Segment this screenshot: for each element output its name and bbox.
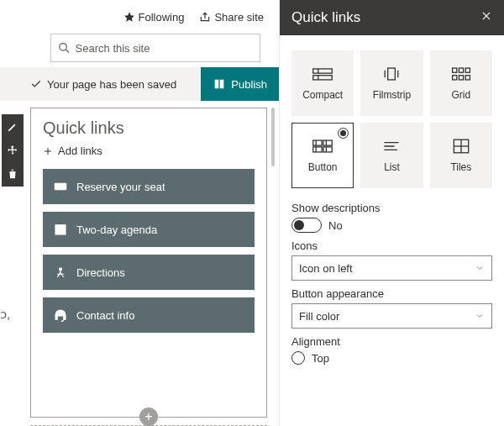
status-bar: Your page has been saved Publish: [0, 67, 279, 101]
layout-label: Tiles: [450, 161, 471, 173]
svg-rect-15: [465, 76, 470, 80]
grid-icon: [450, 66, 472, 82]
quicklink-item[interactable]: Contact info: [43, 297, 255, 333]
icons-dropdown[interactable]: Icon on left: [291, 255, 492, 281]
alignment-top-radio[interactable]: [291, 351, 305, 365]
svg-rect-19: [323, 147, 332, 152]
top-bar: Following Share site: [0, 0, 279, 29]
saved-text: Your page has been saved: [47, 78, 176, 91]
delete-button[interactable]: [3, 165, 22, 183]
svg-point-0: [60, 44, 67, 51]
compact-icon: [312, 66, 333, 82]
move-icon: [7, 145, 18, 156]
ticket-icon: [53, 179, 68, 194]
add-links-label: Add links: [58, 145, 102, 157]
tiles-icon: [450, 138, 472, 155]
star-icon: [123, 11, 135, 23]
publish-icon: [213, 77, 226, 91]
directions-icon: [53, 265, 68, 280]
quick-links-webpart[interactable]: Quick links Add links Reserve your seat …: [30, 108, 267, 418]
alignment-top-label: Top: [312, 352, 329, 365]
svg-rect-13: [452, 76, 456, 80]
layout-tiles[interactable]: Tiles: [430, 123, 492, 188]
webpart-title[interactable]: Quick links: [43, 118, 255, 138]
svg-rect-18: [313, 147, 322, 152]
quicklink-item[interactable]: Two-day agenda: [43, 212, 255, 247]
search-input[interactable]: [76, 42, 253, 55]
trash-icon: [7, 168, 18, 180]
publish-label: Publish: [231, 78, 267, 91]
layout-label: Button: [308, 161, 338, 173]
pencil-icon: [7, 121, 18, 133]
following-toggle[interactable]: Following: [123, 11, 185, 24]
quicklink-label: Two-day agenda: [76, 224, 157, 236]
quicklink-label: Contact info: [76, 309, 134, 322]
selected-radio-icon: [338, 128, 349, 139]
quicklink-item[interactable]: Directions: [43, 255, 255, 290]
scrollbar[interactable]: [271, 108, 275, 166]
calendar-icon: [53, 222, 68, 237]
chevron-down-icon: [475, 263, 485, 273]
icons-value: Icon on left: [299, 262, 353, 275]
button-appearance-value: Fill color: [299, 310, 339, 323]
svg-point-4: [60, 268, 62, 271]
share-icon: [199, 11, 211, 23]
quicklink-item[interactable]: Reserve your seat: [43, 169, 255, 204]
search-input-wrap[interactable]: [50, 34, 260, 62]
layout-label: Grid: [451, 89, 470, 101]
show-descriptions-label: Show descriptions: [291, 202, 492, 214]
layout-button[interactable]: Button: [291, 123, 354, 188]
icons-label: Icons: [291, 239, 492, 252]
quicklink-label: Reserve your seat: [76, 181, 165, 193]
share-site-label: Share site: [214, 11, 264, 24]
list-icon: [381, 138, 402, 155]
close-pane-button[interactable]: [480, 10, 492, 25]
svg-rect-5: [313, 69, 333, 73]
add-section-button[interactable]: +: [139, 408, 158, 426]
layout-label: Filmstrip: [373, 89, 411, 101]
layout-grid[interactable]: Grid: [430, 50, 492, 116]
layout-label: List: [384, 161, 400, 173]
svg-rect-16: [313, 140, 322, 145]
search-icon: [58, 41, 71, 55]
edit-button[interactable]: [3, 118, 22, 136]
layout-options: Compact Filmstrip Grid Button Lis: [291, 50, 492, 188]
chevron-down-icon: [475, 311, 485, 321]
show-descriptions-toggle[interactable]: [291, 218, 322, 233]
layout-compact[interactable]: Compact: [291, 50, 354, 116]
truncated-text: ɔ,: [0, 307, 10, 322]
add-links-button[interactable]: Add links: [43, 145, 255, 157]
filmstrip-icon: [381, 66, 402, 82]
checkmark-icon: [30, 78, 42, 90]
button-appearance-label: Button appearance: [291, 287, 492, 300]
svg-rect-14: [459, 76, 463, 80]
button-appearance-dropdown[interactable]: Fill color: [291, 303, 492, 329]
svg-rect-3: [55, 225, 66, 234]
svg-rect-6: [313, 76, 333, 80]
saved-status: Your page has been saved: [30, 78, 176, 91]
svg-rect-11: [459, 68, 463, 72]
following-label: Following: [139, 11, 185, 24]
move-button[interactable]: [3, 141, 22, 160]
close-icon: [480, 10, 492, 22]
publish-button[interactable]: Publish: [201, 67, 279, 101]
layout-list[interactable]: List: [360, 123, 423, 188]
edit-toolbar: [2, 114, 24, 187]
alignment-label: Alignment: [291, 335, 492, 348]
layout-filmstrip[interactable]: Filmstrip: [360, 50, 423, 116]
quicklink-label: Directions: [76, 266, 125, 279]
pane-title: Quick links: [291, 9, 360, 26]
button-layout-icon: [312, 138, 333, 155]
svg-rect-9: [388, 68, 396, 80]
svg-rect-17: [323, 140, 332, 145]
share-site-button[interactable]: Share site: [199, 11, 264, 24]
plus-icon: [43, 146, 53, 156]
svg-rect-2: [58, 186, 63, 187]
layout-label: Compact: [302, 89, 343, 101]
svg-rect-12: [465, 68, 470, 72]
property-pane-header: Quick links: [280, 0, 504, 35]
svg-rect-10: [452, 68, 456, 72]
show-descriptions-value: No: [328, 219, 343, 232]
headset-icon: [53, 308, 68, 323]
